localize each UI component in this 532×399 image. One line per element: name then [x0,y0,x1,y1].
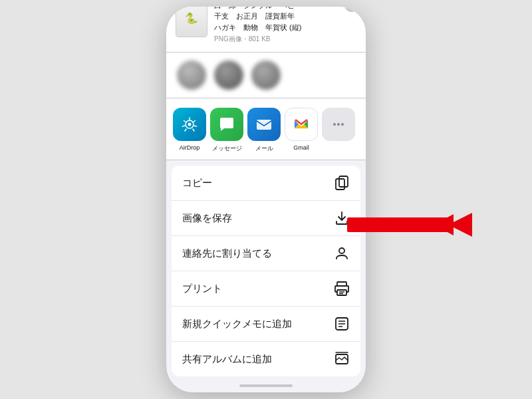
action-copy[interactable]: コピー [172,166,360,201]
apps-row: AirDrop メッセージ [173,108,359,153]
airdrop-app-icon [173,108,206,141]
messages-label: メッセージ [212,144,242,153]
svg-rect-9 [337,282,346,286]
file-info: 🐍 白 緑 シンプル ヘビ 干支 お正月 謹賀新年 ハガキ 動物 年賀状 (縦)… [176,7,356,44]
airdrop-label: AirDrop [180,144,200,151]
avatar [251,61,281,90]
action-contact-label: 連絡先に割り当てる [182,247,272,260]
avatar [177,61,206,90]
action-album-label: 共有アルバムに追加 [182,353,272,366]
app-item-airdrop[interactable]: AirDrop [173,108,206,153]
gmail-icon-svg [292,115,311,134]
apps-section: AirDrop メッセージ [166,98,366,160]
file-meta: PNG画像・801 KB [214,35,356,44]
action-quick-memo[interactable]: 新規クイックメモに追加 [172,307,360,342]
home-bar [239,384,293,387]
svg-point-1 [188,123,192,126]
messages-icon-svg [217,115,236,134]
svg-rect-7 [336,179,344,190]
svg-point-4 [337,123,340,126]
file-thumbnail: 🐍 [176,7,207,37]
action-save-label: 画像を保存 [182,212,232,225]
action-save-image[interactable]: 画像を保存 [172,201,360,236]
snake-emoji: 🐍 [185,12,198,25]
svg-point-3 [333,123,336,126]
app-item-messages[interactable]: メッセージ [210,108,243,153]
save-icon [334,210,350,226]
avatar-item[interactable] [177,61,206,90]
home-indicator [166,379,366,392]
action-memo-label: 新規クイックメモに追加 [182,318,292,331]
app-item-mail[interactable]: メール [247,108,281,153]
contact-icon [334,245,350,261]
messages-app-icon [210,108,243,141]
action-print-label: プリント [182,283,222,295]
gmail-label: Gmail [293,144,309,151]
airdrop-icon-svg [180,115,199,134]
more-app-icon [322,108,355,141]
action-copy-label: コピー [182,177,212,190]
file-details: 白 緑 シンプル ヘビ 干支 お正月 謹賀新年 ハガキ 動物 年賀状 (縦) P… [214,7,356,44]
phone-frame: 🐍 白 緑 シンプル ヘビ 干支 お正月 謹賀新年 ハガキ 動物 年賀状 (縦)… [166,7,366,392]
gmail-app-icon [285,108,318,141]
app-item-gmail[interactable]: Gmail [285,108,318,153]
avatar-item[interactable] [214,61,243,90]
svg-rect-6 [339,176,348,187]
avatars-row [166,53,366,98]
copy-icon [334,175,350,191]
avatar [214,61,243,90]
album-icon [334,351,350,367]
memo-icon [334,316,350,332]
action-list: コピー 画像を保存 連絡先に割 [172,166,360,376]
preview-header: 🐍 白 緑 シンプル ヘビ 干支 お正月 謹賀新年 ハガキ 動物 年賀状 (縦)… [166,7,366,53]
mail-label: メール [255,144,273,153]
share-sheet: 🐍 白 緑 シンプル ヘビ 干支 お正月 謹賀新年 ハガキ 動物 年賀状 (縦)… [166,7,366,392]
print-icon [334,281,350,297]
avatar-item[interactable] [251,61,281,90]
mail-icon-svg [255,115,273,134]
svg-point-8 [339,248,344,253]
svg-rect-10 [337,290,346,295]
action-shared-album[interactable]: 共有アルバムに追加 [172,342,360,376]
svg-point-5 [341,123,344,126]
app-item-more[interactable] [322,108,355,153]
action-assign-contact[interactable]: 連絡先に割り当てる [172,236,360,271]
svg-rect-2 [257,120,271,130]
file-title: 白 緑 シンプル ヘビ 干支 お正月 謹賀新年 ハガキ 動物 年賀状 (縦) [214,7,356,33]
mail-app-icon [247,108,281,141]
action-print[interactable]: プリント [172,271,360,307]
more-icon-svg [331,117,346,132]
